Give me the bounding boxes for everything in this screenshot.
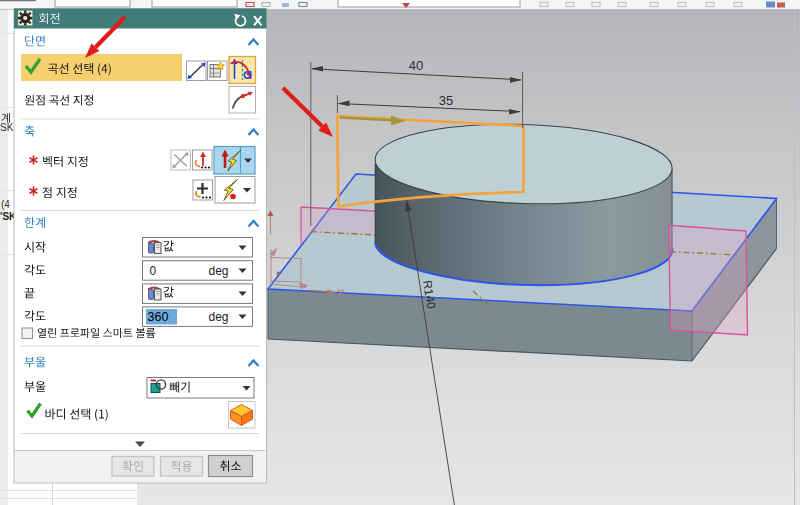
svg-text:0: 0	[150, 264, 157, 278]
svg-text:deg: deg	[209, 264, 229, 278]
svg-text:360: 360	[148, 310, 169, 324]
svg-text:35: 35	[439, 93, 453, 108]
svg-text:(4: (4	[1, 199, 10, 210]
svg-text:deg: deg	[209, 310, 229, 324]
svg-text:40: 40	[409, 58, 423, 73]
svg-text:SK: SK	[0, 122, 14, 133]
